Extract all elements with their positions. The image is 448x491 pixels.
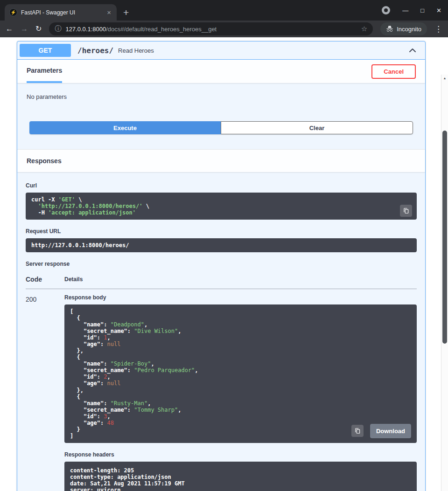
parameters-body: No parameters	[17, 83, 425, 121]
fastapi-favicon-icon: ⚡	[9, 8, 17, 16]
tab-close-icon[interactable]: ×	[106, 8, 112, 16]
clipboard-icon	[354, 428, 361, 434]
opblock-summary[interactable]: GET /heroes/ Read Heroes	[17, 41, 425, 60]
media-controls-icon[interactable]	[382, 6, 390, 14]
response-headers-block: content-length: 205 content-type: applic…	[64, 462, 417, 491]
url-path: /docs#/default/read_heroes_heroes__get	[106, 26, 217, 33]
browser-menu-icon[interactable]: ⋮	[434, 24, 442, 34]
responses-title: Responses	[27, 157, 62, 165]
close-window-button[interactable]: ✕	[436, 7, 441, 14]
tab-title: FastAPI - Swagger UI	[21, 9, 102, 16]
url-omnibox[interactable]: ⓘ 127.0.0.1:8000/docs#/default/read_hero…	[49, 22, 373, 35]
incognito-badge: Incognito	[380, 22, 427, 35]
forward-button-icon[interactable]: →	[21, 25, 28, 33]
request-url-block: http://127.0.0.1:8000/heroes/	[26, 238, 417, 252]
scrollbar-thumb[interactable]	[442, 131, 447, 344]
url-text: 127.0.0.1:8000/docs#/default/read_heroes…	[65, 26, 217, 33]
collapse-chevron-icon[interactable]	[408, 46, 417, 55]
copy-response-button[interactable]	[351, 425, 364, 437]
address-bar: ← → ↻ ⓘ 127.0.0.1:8000/docs#/default/rea…	[0, 21, 448, 37]
url-host: 127.0.0.1:8000	[65, 26, 106, 33]
response-body-controls: Download	[351, 424, 411, 438]
request-url-code: http://127.0.0.1:8000/heroes/	[31, 242, 411, 249]
responses-body: Curl curl -X 'GET' \ 'http://127.0.0.1:8…	[17, 172, 425, 491]
back-button-icon[interactable]: ←	[6, 25, 13, 33]
window-controls: — □ ✕	[382, 0, 441, 21]
copy-curl-button[interactable]	[400, 205, 412, 217]
response-headers-label: Response headers	[64, 451, 417, 458]
request-url-label: Request URL	[26, 228, 417, 235]
execute-button-group: Execute Clear	[29, 121, 413, 134]
endpoint-summary: Read Heroes	[118, 47, 154, 54]
page-info-icon[interactable]: ⓘ	[55, 25, 61, 33]
maximize-button[interactable]: □	[420, 7, 424, 14]
curl-label: Curl	[26, 182, 417, 189]
clear-button[interactable]: Clear	[221, 121, 413, 134]
response-headers-code: content-length: 205 content-type: applic…	[70, 467, 411, 491]
incognito-label: Incognito	[397, 26, 421, 33]
scroll-up-icon[interactable]: ▲	[441, 75, 448, 82]
download-button[interactable]: Download	[370, 424, 411, 438]
tab-parameters[interactable]: Parameters	[27, 60, 62, 83]
no-parameters-text: No parameters	[27, 93, 416, 100]
curl-code: curl -X 'GET' \ 'http://127.0.0.1:8000/h…	[31, 196, 411, 216]
incognito-icon	[386, 25, 393, 33]
responses-section-header: Responses	[17, 149, 425, 172]
execute-button[interactable]: Execute	[29, 121, 221, 134]
page-scrollbar[interactable]: ▲ ▼	[441, 75, 448, 491]
clipboard-icon	[403, 207, 409, 214]
opblock-get-heroes: GET /heroes/ Read Heroes Parameters Canc…	[17, 41, 426, 491]
server-response-table: Code Details 200 Response body [ { "name…	[26, 274, 417, 491]
curl-block: curl -X 'GET' \ 'http://127.0.0.1:8000/h…	[26, 193, 417, 220]
parameters-section-header: Parameters Cancel	[17, 60, 425, 83]
server-response-label: Server response	[26, 261, 417, 267]
code-column-header: Code	[26, 274, 64, 289]
response-body-block: [ { "name": "Deadpond", "secret_name": "…	[64, 304, 417, 443]
minimize-button[interactable]: —	[402, 7, 408, 14]
response-body-label: Response body	[64, 294, 417, 301]
page-content: GET /heroes/ Read Heroes Parameters Canc…	[0, 37, 448, 491]
endpoint-path: /heroes/	[77, 46, 113, 55]
browser-tab-bar: ⚡ FastAPI - Swagger UI × + — □ ✕	[0, 0, 448, 21]
status-code: 200	[26, 289, 64, 491]
parameters-title: Parameters	[27, 67, 62, 74]
http-method-badge: GET	[20, 44, 71, 57]
new-tab-button[interactable]: +	[123, 7, 129, 17]
response-row: 200 Response body [ { "name": "Deadpond"…	[26, 289, 417, 491]
response-body-code: [ { "name": "Deadpond", "secret_name": "…	[70, 308, 411, 439]
browser-tab[interactable]: ⚡ FastAPI - Swagger UI ×	[5, 4, 117, 21]
reload-button-icon[interactable]: ↻	[35, 25, 42, 33]
cancel-button[interactable]: Cancel	[371, 64, 416, 79]
bookmark-star-icon[interactable]: ☆	[361, 25, 367, 33]
details-column-header: Details	[64, 274, 417, 289]
